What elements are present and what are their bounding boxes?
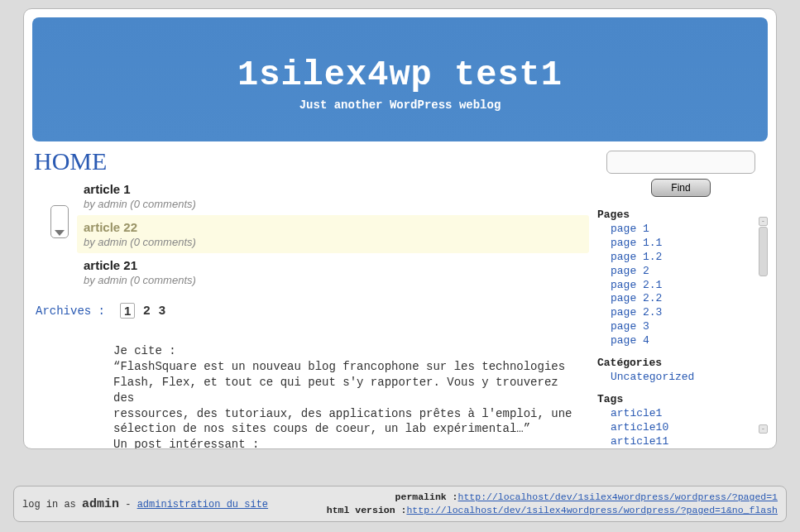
archive-page-3[interactable]: 3 — [159, 303, 165, 319]
post-item[interactable]: article 1by admin (0 comments) — [77, 177, 589, 215]
post-title: article 1 — [84, 182, 582, 196]
sidebar-heading-tags: Tags — [597, 393, 764, 405]
sidebar-scrollbar[interactable]: - - — [759, 217, 768, 434]
post-title: article 22 — [84, 220, 582, 234]
page-link[interactable]: page 4 — [597, 334, 764, 348]
post-byline: by admin (0 comments) — [84, 236, 582, 248]
page-item: page 2.1 — [597, 279, 764, 293]
htmlversion-url[interactable]: http://localhost/dev/1silex4wordpress/wo… — [406, 505, 778, 515]
tag-link[interactable]: article11 — [597, 435, 764, 449]
permalink-label: permalink : — [395, 491, 458, 502]
scroll-thumb[interactable] — [759, 227, 768, 276]
login-user: admin — [82, 497, 119, 511]
header-banner: 1silex4wp test1 Just another WordPress w… — [32, 17, 768, 141]
sidebar-list-tags: article1article10article11article12 — [597, 407, 764, 449]
post-title: article 21 — [84, 258, 582, 272]
scroll-down-button[interactable]: - — [759, 424, 768, 434]
page-link[interactable]: page 2 — [597, 265, 764, 279]
post-stepper[interactable] — [50, 205, 69, 238]
archive-page-1[interactable]: 1 — [120, 303, 135, 319]
page-link[interactable]: page 1 — [597, 223, 764, 237]
page-item: page 3 — [597, 320, 764, 334]
scroll-up-button[interactable]: - — [759, 217, 768, 226]
page-item: page 2.3 — [597, 306, 764, 320]
page-item: page 2.2 — [597, 292, 764, 306]
page-frame: 1silex4wp test1 Just another WordPress w… — [23, 8, 777, 449]
footer-bar: log in as admin - administration du site… — [13, 486, 787, 522]
footer-left: log in as admin - administration du site — [22, 497, 268, 511]
post-excerpt: Je cite :“FlashSquare est un nouveau blo… — [113, 343, 589, 449]
archive-page-numbers: 123 — [120, 303, 165, 319]
login-prefix: log in as — [22, 499, 82, 510]
search-input[interactable] — [606, 151, 755, 174]
site-title: 1silex4wp test1 — [32, 17, 768, 95]
archive-page-2[interactable]: 2 — [143, 303, 150, 319]
page-link[interactable]: page 1.1 — [597, 237, 764, 251]
main-column: HOME article 1by admin (0 comments)artic… — [32, 146, 594, 443]
sidebar-section-categories: Catégories Uncategorized — [597, 357, 764, 385]
find-button[interactable]: Find — [651, 179, 711, 197]
sidebar-list-categories: Uncategorized — [597, 371, 764, 385]
post-item[interactable]: article 22by admin (0 comments) — [77, 215, 589, 253]
page-link[interactable]: page 1.2 — [597, 251, 764, 265]
page-link[interactable]: page 2.2 — [597, 292, 764, 306]
tag-item: article11 — [597, 435, 764, 449]
page-item: page 1 — [597, 223, 764, 237]
home-heading: HOME — [34, 147, 589, 175]
tag-link[interactable]: article1 — [597, 407, 764, 421]
post-list: article 1by admin (0 comments)article 22… — [77, 177, 589, 291]
content-row: HOME article 1by admin (0 comments)artic… — [24, 146, 776, 443]
sidebar-section-tags: Tags article1article10article11article12 — [597, 393, 764, 449]
admin-link[interactable]: administration du site — [137, 499, 268, 510]
footer-right: permalink :http://localhost/dev/1silex4w… — [327, 491, 778, 517]
tag-item: article10 — [597, 421, 764, 435]
archives-row: Archives : 123 — [36, 303, 589, 319]
post-area: article 1by admin (0 comments)article 22… — [50, 177, 589, 291]
sidebar-heading-pages: Pages — [597, 208, 764, 221]
tag-link[interactable]: article10 — [597, 421, 764, 435]
chevron-down-icon — [55, 230, 65, 236]
category-item: Uncategorized — [597, 371, 764, 385]
htmlversion-label: html version : — [327, 505, 407, 515]
page-item: page 4 — [597, 334, 764, 348]
post-byline: by admin (0 comments) — [84, 198, 582, 210]
page-link[interactable]: page 2.3 — [597, 306, 764, 320]
login-sep: - — [119, 499, 137, 510]
page-item: page 1.2 — [597, 251, 764, 265]
archives-label: Archives : — [36, 304, 105, 318]
tag-item: article1 — [597, 407, 764, 421]
page-item: page 2 — [597, 265, 764, 279]
page-link[interactable]: page 2.1 — [597, 279, 764, 293]
post-byline: by admin (0 comments) — [84, 274, 582, 286]
sidebar-section-pages: Pages page 1page 1.1page 1.2page 2page 2… — [597, 208, 764, 348]
sidebar-list-pages: page 1page 1.1page 1.2page 2page 2.1page… — [597, 223, 764, 348]
category-link[interactable]: Uncategorized — [597, 371, 764, 385]
post-item[interactable]: article 21by admin (0 comments) — [77, 253, 589, 291]
page-item: page 1.1 — [597, 237, 764, 251]
permalink-url[interactable]: http://localhost/dev/1silex4wordpress/wo… — [458, 491, 778, 502]
site-tagline: Just another WordPress weblog — [32, 98, 768, 112]
page-link[interactable]: page 3 — [597, 320, 764, 334]
sidebar-heading-categories: Catégories — [597, 357, 764, 369]
sidebar: Find Pages page 1page 1.1page 1.2page 2p… — [594, 146, 768, 443]
